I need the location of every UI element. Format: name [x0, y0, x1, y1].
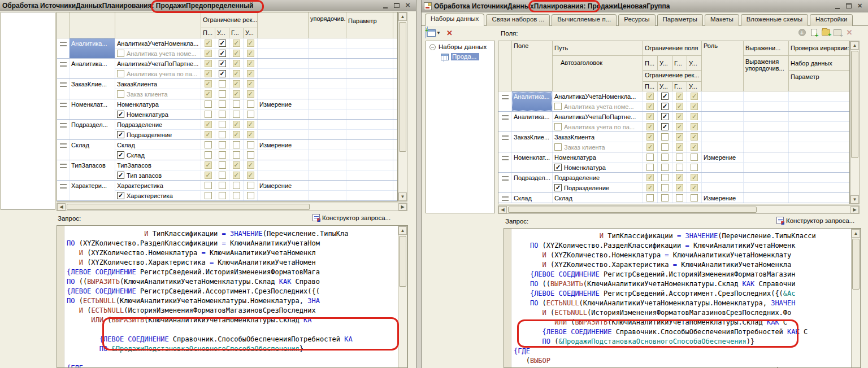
restriction-checkbox[interactable] — [247, 80, 254, 87]
tab-7[interactable]: Вложенные схемы — [741, 14, 808, 26]
tab-6[interactable]: Макеты — [705, 14, 739, 26]
restriction-checkbox[interactable] — [233, 131, 240, 138]
horizontal-scrollbar[interactable]: ◀ ▶ — [498, 205, 860, 214]
add-field-button[interactable]: + — [797, 28, 806, 37]
restriction-checkbox[interactable] — [205, 80, 212, 87]
restriction-checkbox[interactable] — [691, 113, 698, 120]
restriction-checkbox[interactable] — [205, 111, 212, 118]
restriction-checkbox[interactable] — [233, 40, 240, 47]
title-bar[interactable]: Обработка ИсточникиДанныхПланирования: П… — [0, 0, 416, 11]
minimize-button[interactable] — [380, 2, 390, 10]
field-use-checkbox[interactable] — [554, 103, 562, 110]
restriction-checkbox[interactable] — [233, 111, 240, 118]
restriction-checkbox[interactable] — [661, 194, 669, 201]
restriction-checkbox[interactable] — [219, 60, 226, 67]
restriction-checkbox[interactable] — [233, 100, 240, 108]
scrollbar-thumb[interactable] — [851, 51, 858, 158]
tree-item-dataset[interactable]: Прода... — [426, 51, 494, 60]
scrollbar-thumb[interactable] — [852, 239, 860, 290]
restriction-checkbox[interactable] — [219, 141, 226, 148]
restriction-checkbox[interactable] — [646, 143, 654, 151]
restriction-checkbox[interactable] — [646, 113, 654, 120]
title-bar[interactable]: Обработка ИсточникиДанныхПланирования: П… — [422, 0, 868, 12]
field-cell[interactable]: Номенклат... — [70, 99, 115, 119]
restriction-checkbox[interactable] — [233, 141, 240, 148]
restriction-checkbox[interactable] — [205, 172, 212, 179]
restriction-checkbox[interactable] — [219, 40, 226, 47]
restriction-checkbox[interactable] — [233, 60, 240, 67]
field-use-checkbox[interactable] — [117, 172, 124, 179]
restriction-checkbox[interactable] — [219, 161, 226, 169]
restriction-checkbox[interactable] — [205, 60, 212, 67]
field-use-checkbox[interactable] — [117, 131, 124, 138]
restriction-checkbox[interactable] — [219, 192, 226, 199]
restriction-checkbox[interactable] — [233, 192, 240, 199]
scroll-up-button[interactable]: ▲ — [852, 229, 860, 238]
restriction-checkbox[interactable] — [205, 121, 212, 128]
restriction-checkbox[interactable] — [233, 182, 240, 189]
scrollbar-thumb[interactable] — [67, 204, 310, 210]
restriction-checkbox[interactable] — [676, 194, 683, 201]
restriction-checkbox[interactable] — [661, 184, 669, 191]
scroll-left-button[interactable]: ◀ — [498, 206, 507, 213]
query-vertical-scrollbar[interactable]: ▲ — [851, 229, 861, 368]
restriction-checkbox[interactable] — [219, 111, 226, 118]
restriction-checkbox[interactable] — [233, 50, 240, 57]
field-cell[interactable]: ЗаказКлие... — [512, 132, 553, 152]
restriction-checkbox[interactable] — [233, 161, 240, 169]
restriction-checkbox[interactable] — [205, 100, 212, 108]
scroll-down-button[interactable]: ▼ — [850, 195, 859, 204]
fields-grid[interactable]: Ограничение рек... П... У... Г... У... у… — [57, 12, 398, 201]
restriction-checkbox[interactable] — [247, 90, 254, 98]
restriction-checkbox[interactable] — [219, 131, 226, 138]
table-row[interactable]: Аналитика...АналитикаУчетаПоПартне...Ана… — [57, 59, 398, 79]
restriction-checkbox[interactable] — [233, 70, 240, 77]
field-use-checkbox[interactable] — [117, 50, 124, 57]
field-use-checkbox[interactable] — [554, 123, 562, 130]
restriction-checkbox[interactable] — [676, 174, 683, 181]
field-use-checkbox[interactable] — [117, 192, 124, 199]
restriction-checkbox[interactable] — [205, 90, 212, 98]
restriction-checkbox[interactable] — [205, 161, 212, 169]
query-vertical-scrollbar[interactable]: ▲ — [398, 226, 407, 368]
restriction-checkbox[interactable] — [205, 151, 212, 159]
table-row[interactable]: Характери...ХарактеристикаИзмерениеХарак… — [57, 181, 398, 201]
restriction-checkbox[interactable] — [646, 103, 654, 110]
restriction-checkbox[interactable] — [691, 93, 698, 100]
add-table-button[interactable] — [833, 28, 842, 37]
scroll-down-button[interactable]: ▼ — [398, 192, 407, 201]
restriction-checkbox[interactable] — [247, 70, 254, 77]
tab-2[interactable]: Связи наборов ... — [486, 14, 550, 26]
restriction-checkbox[interactable] — [676, 93, 683, 100]
tab-1[interactable]: Наборы данных — [425, 14, 484, 26]
field-use-checkbox[interactable] — [117, 90, 124, 98]
restriction-checkbox[interactable] — [247, 131, 254, 138]
restriction-checkbox[interactable] — [219, 172, 226, 179]
restriction-checkbox[interactable] — [205, 70, 212, 77]
restriction-checkbox[interactable] — [247, 40, 254, 47]
fields-grid[interactable]: Поле Путь Автозаголовок Ограничение поля… — [498, 41, 850, 204]
restriction-checkbox[interactable] — [219, 182, 226, 189]
field-use-checkbox[interactable] — [117, 151, 124, 159]
vertical-scrollbar[interactable]: ▲ ▼ — [850, 41, 860, 204]
minimize-button[interactable] — [832, 2, 842, 10]
tab-3[interactable]: Вычисляемые п... — [552, 14, 617, 26]
scroll-right-button[interactable]: ▶ — [398, 203, 407, 211]
restriction-checkbox[interactable] — [219, 151, 226, 159]
restriction-checkbox[interactable] — [205, 141, 212, 148]
restriction-checkbox[interactable] — [646, 133, 654, 141]
restriction-checkbox[interactable] — [691, 103, 698, 110]
restriction-checkbox[interactable] — [676, 184, 683, 191]
field-cell[interactable]: Подраздел... — [512, 173, 553, 192]
restriction-checkbox[interactable] — [646, 184, 654, 191]
field-use-checkbox[interactable] — [554, 143, 562, 151]
field-cell[interactable]: Склад — [70, 140, 115, 160]
tab-8[interactable]: Настройки — [810, 14, 853, 26]
restriction-checkbox[interactable] — [676, 113, 683, 120]
restriction-checkbox[interactable] — [646, 194, 654, 201]
restriction-checkbox[interactable] — [247, 172, 254, 179]
restriction-checkbox[interactable] — [247, 161, 254, 169]
restriction-checkbox[interactable] — [691, 143, 698, 151]
restriction-checkbox[interactable] — [205, 182, 212, 189]
restriction-checkbox[interactable] — [691, 194, 698, 201]
